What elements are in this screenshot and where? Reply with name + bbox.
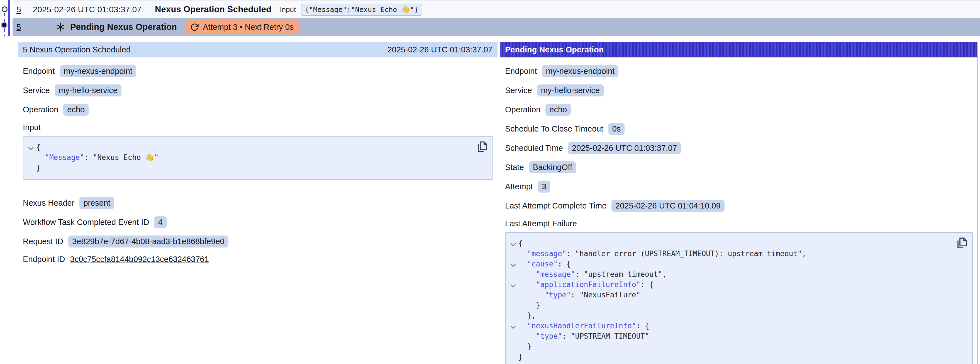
- code-line: "message": "handler error (UPSTREAM_TIME…: [508, 249, 953, 259]
- field-label: Last Attempt Complete Time: [505, 201, 606, 211]
- code-line: }: [508, 352, 953, 362]
- event-title: Nexus Operation Scheduled: [155, 5, 271, 14]
- event-title: Pending Nexus Operation: [70, 22, 177, 32]
- event-time: 2025-02-26 UTC 01:03:37.07: [33, 5, 142, 14]
- field-row: Endpointmy-nexus-endpoint: [505, 65, 973, 77]
- code-text: "applicationFailureInfo": {: [519, 279, 654, 290]
- field-label: State: [505, 163, 524, 172]
- event-details-header-time: 2025-02-26 UTC 01:03:37.07: [388, 45, 493, 54]
- copy-button[interactable]: [476, 140, 488, 153]
- field-value-badge: 3e829b7e-7d67-4b08-aad3-b1e868bfe9e0: [68, 236, 228, 247]
- copy-icon: [956, 236, 968, 249]
- field-row: Schedule To Close Timeout0s: [505, 123, 973, 135]
- code-line: "Message": "Nexus Echo 👋": [25, 152, 473, 163]
- code-text: "message": "upstream timeout",: [519, 269, 667, 279]
- field-row: StateBackingOff: [505, 161, 973, 173]
- code-gutter: [508, 352, 519, 362]
- code-line: },: [508, 310, 953, 321]
- event-details-header: 5 Nexus Operation Scheduled 2025-02-26 U…: [18, 42, 498, 57]
- field-label: Attempt: [505, 182, 533, 191]
- collapse-chevron-icon[interactable]: [508, 321, 519, 331]
- code-text: "nexusHandlerFailureInfo": {: [519, 321, 649, 331]
- field-label: Endpoint: [505, 67, 537, 76]
- field-row: Request ID3e829b7e-7d67-4b08-aad3-b1e868…: [23, 236, 493, 247]
- field-label: Endpoint ID: [23, 255, 65, 264]
- field-row: Servicemy-hello-service: [505, 85, 973, 96]
- field-row: Nexus Headerpresent: [23, 197, 493, 209]
- code-gutter: [508, 331, 519, 342]
- collapse-chevron-icon[interactable]: [508, 279, 519, 290]
- code-text: }: [519, 342, 531, 352]
- retry-badge-text: Attempt 3 • Next Retry 0s: [203, 22, 294, 32]
- code-text: "type": "NexusFailure": [519, 290, 640, 300]
- field-value-badge: BackingOff: [529, 161, 576, 173]
- field-value-badge: my-nexus-endpoint: [542, 65, 619, 77]
- code-text: {: [36, 142, 41, 152]
- copy-icon: [476, 140, 488, 153]
- field-label: Service: [23, 86, 50, 95]
- timeline-bar: [8, 0, 10, 36]
- code-line: "type": "NexusFailure": [508, 290, 953, 300]
- event-row-scheduled[interactable]: 5 2025-02-26 UTC 01:03:37.07 Nexus Opera…: [13, 0, 980, 18]
- event-marker-filled-icon: [2, 23, 6, 27]
- event-id-link[interactable]: 5: [16, 22, 21, 32]
- code-gutter: [508, 290, 519, 300]
- code-line: "applicationFailureInfo": {: [508, 279, 953, 290]
- field-value-badge: my-hello-service: [55, 85, 121, 96]
- field-value-badge: 2025-02-26 UTC 01:04:10.09: [611, 200, 724, 212]
- timeline-dashed-connector: [4, 29, 5, 36]
- code-gutter: [508, 300, 519, 310]
- field-label: Workflow Task Completed Event ID: [23, 218, 149, 227]
- collapse-chevron-icon[interactable]: [508, 238, 519, 249]
- code-text: },: [519, 310, 536, 321]
- code-line: "nexusHandlerFailureInfo": {: [508, 321, 953, 331]
- code-line: }: [508, 300, 953, 310]
- code-line: "type": "UPSTREAM_TIMEOUT": [508, 331, 953, 342]
- field-value-badge: my-hello-service: [537, 85, 604, 96]
- code-line: {: [508, 238, 953, 249]
- event-details-header-title: 5 Nexus Operation Scheduled: [23, 45, 130, 54]
- code-line: }: [508, 342, 953, 352]
- pending-operation-fields: Endpointmy-nexus-endpointServicemy-hello…: [500, 57, 977, 212]
- field-row: Workflow Task Completed Event ID4: [23, 216, 493, 228]
- collapse-chevron-icon[interactable]: [508, 259, 519, 269]
- field-label: Request ID: [23, 237, 63, 246]
- code-gutter: [25, 163, 36, 173]
- code-line: "message": "upstream timeout",: [508, 269, 953, 279]
- field-row: Endpoint ID3c0c75ccfa8144b092c13ce632463…: [23, 255, 493, 264]
- code-line: }: [25, 163, 473, 173]
- retry-icon: [190, 23, 199, 32]
- field-label: Endpoint: [23, 67, 55, 76]
- field-value-link[interactable]: 3c0c75ccfa8144b092c13ce632463761: [70, 255, 209, 264]
- event-id-link[interactable]: 5: [16, 5, 21, 14]
- code-gutter: [508, 269, 519, 279]
- field-value-badge: 4: [154, 216, 166, 228]
- collapse-chevron-icon[interactable]: [25, 142, 36, 152]
- pending-operation-header-title: Pending Nexus Operation: [505, 45, 604, 54]
- retry-status-badge: Attempt 3 • Next Retry 0s: [185, 20, 299, 34]
- field-label: Schedule To Close Timeout: [505, 124, 603, 134]
- code-text: "type": "UPSTREAM_TIMEOUT": [519, 331, 649, 342]
- field-value-badge: present: [80, 197, 114, 209]
- field-row: Servicemy-hello-service: [23, 85, 493, 96]
- field-row: Endpointmy-nexus-endpoint: [23, 65, 493, 77]
- code-text: }: [519, 352, 523, 362]
- event-details-fields: Endpointmy-nexus-endpointServicemy-hello…: [18, 57, 498, 116]
- event-details-panel: 5 Nexus Operation Scheduled 2025-02-26 U…: [18, 42, 498, 271]
- field-value-badge: echo: [63, 104, 89, 116]
- field-value-badge: echo: [546, 104, 571, 116]
- code-text: "message": "handler error (UPSTREAM_TIME…: [519, 249, 806, 259]
- field-row: Last Attempt Complete Time2025-02-26 UTC…: [505, 200, 973, 212]
- event-input-value-badge: {"Message":"Nexus Echo 👋"}: [301, 4, 422, 16]
- field-row: Attempt3: [505, 180, 973, 193]
- input-section-label: Input: [23, 123, 498, 132]
- copy-button[interactable]: [956, 236, 968, 249]
- code-gutter: [508, 249, 519, 259]
- code-line: "cause": {: [508, 259, 953, 269]
- event-row-pending[interactable]: 5 Pending Nexus Operation Attempt 3 • Ne…: [13, 18, 980, 36]
- field-row: Scheduled Time2025-02-26 UTC 01:03:37.07: [505, 142, 973, 154]
- code-text: "Message": "Nexus Echo 👋": [36, 152, 159, 163]
- code-gutter: [508, 310, 519, 321]
- pending-operation-header: Pending Nexus Operation: [500, 42, 977, 57]
- field-value-badge: 2025-02-26 UTC 01:03:37.07: [568, 142, 681, 154]
